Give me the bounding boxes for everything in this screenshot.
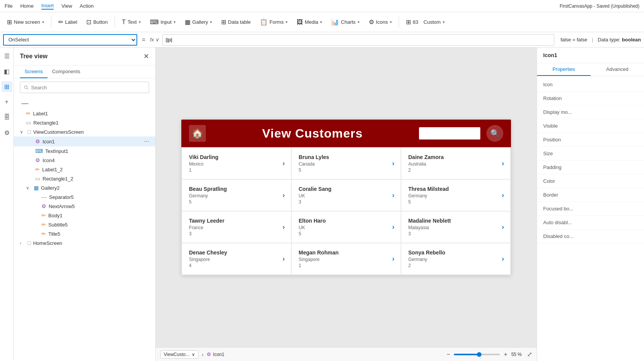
tree-item-homescreen[interactable]: › □ HomeScreen	[14, 238, 155, 248]
customer-num: 5	[299, 231, 326, 236]
property-row[interactable]: Size	[537, 147, 644, 161]
home-screen-icon-tree: □	[28, 240, 31, 246]
settings-icon[interactable]: ⚙	[2, 127, 12, 138]
property-row[interactable]: Rotation	[537, 92, 644, 105]
new-screen-button[interactable]: ⊞ New screen ▾	[3, 16, 48, 28]
property-select[interactable]: OnSelect	[3, 34, 137, 46]
icon4-icon-tree: ⚙	[35, 157, 40, 163]
search-box[interactable]	[419, 127, 480, 139]
tree-item-gallery2[interactable]: ∨ ▦ Gallery2	[14, 183, 155, 192]
formula-input[interactable]	[166, 37, 551, 43]
customer-cell[interactable]: Tawny Leeder France 3 ›	[182, 211, 291, 243]
tree-search-input[interactable]	[20, 82, 149, 93]
search-icon[interactable]: 🔍	[486, 125, 503, 142]
tree-item-subtitle5[interactable]: ✏ Subtitle5	[14, 220, 155, 229]
expand-chevron-icon: ∨	[20, 130, 25, 135]
gallery-button[interactable]: ▦ Gallery ▾	[181, 16, 216, 28]
property-row[interactable]: Padding	[537, 161, 644, 174]
input-button[interactable]: ⌨ Input ▾	[146, 16, 179, 28]
customer-cell[interactable]: Viki Darling Mexico 1 ›	[182, 148, 291, 179]
custom-button[interactable]: ⊞ 83 Custom ▾	[402, 16, 449, 28]
formula-fx-button[interactable]: fx ∨	[150, 37, 159, 43]
tree-item-rectangle1-2[interactable]: ▭ Rectangle1_2	[14, 174, 155, 183]
tree-item-title5[interactable]: ✏ Title5	[14, 229, 155, 238]
tree-item-textinput1[interactable]: ⌨ TextInput1	[14, 146, 155, 156]
layers-icon[interactable]: ◧	[2, 66, 12, 77]
text-button[interactable]: T Text ▾	[118, 17, 145, 28]
menu-action[interactable]: Action	[80, 3, 94, 9]
screen-tab[interactable]: ViewCusto... ∨	[160, 350, 199, 359]
property-row[interactable]: Color	[537, 174, 644, 188]
property-row[interactable]: Border	[537, 188, 644, 202]
properties-tab-properties[interactable]: Properties	[537, 63, 591, 76]
property-row[interactable]: Icon	[537, 78, 644, 92]
tree-item-label1[interactable]: ✏ Label1	[14, 109, 155, 118]
property-row[interactable]: Visible	[537, 119, 644, 133]
tree-item-menu[interactable]: ···	[144, 138, 149, 145]
tree-item-viewcustomersscreen[interactable]: ∨ □ ViewCustomersScreen	[14, 127, 155, 136]
icons-button[interactable]: ⚙ Icons ▾	[365, 16, 396, 28]
tree-tab-components[interactable]: Components	[48, 66, 85, 78]
properties-tab-advanced[interactable]: Advanced	[591, 63, 644, 76]
customer-cell[interactable]: Daine Zamora Australia 2 ›	[401, 148, 511, 179]
customer-cell[interactable]: Thresa Milstead Germany 5 ›	[401, 179, 511, 211]
properties-tabs: Properties Advanced	[537, 63, 644, 76]
property-row[interactable]: Display mo...	[537, 105, 644, 119]
tree-close-button[interactable]: ✕	[143, 52, 149, 61]
menu-insert[interactable]: Insert	[41, 3, 54, 10]
customer-cell[interactable]: Beau Spratling Germany 5 ›	[182, 179, 291, 211]
property-row[interactable]: Position	[537, 133, 644, 147]
screen-icon-tree: □	[28, 129, 31, 135]
customer-cell[interactable]: Sonya Rebello Germany 2 ›	[401, 243, 511, 275]
customer-info: Tawny Leeder France 3	[189, 218, 224, 236]
home-icon[interactable]: 🏠	[189, 125, 206, 142]
button-button[interactable]: ⊡ Button	[82, 16, 112, 28]
zoom-in-button[interactable]: +	[502, 350, 509, 359]
customer-num: 1	[299, 263, 338, 268]
zoom-slider-thumb[interactable]	[477, 352, 481, 357]
expand-canvas-icon[interactable]: ⤢	[527, 351, 532, 358]
charts-button[interactable]: 📊 Charts ▾	[327, 16, 363, 28]
new-screen-icon: ⊞	[7, 18, 12, 26]
menu-home[interactable]: Home	[20, 3, 34, 9]
gallery-icon-tree: ▦	[34, 185, 39, 191]
menu-view[interactable]: View	[61, 3, 72, 9]
tree-item-rectangle1[interactable]: ▭ Rectangle1	[14, 118, 155, 127]
tree-icon[interactable]: ⊞	[2, 81, 12, 92]
customer-cell[interactable]: Denae Chesley Singapore 4 ›	[182, 243, 291, 275]
tree-item-separator5[interactable]: — Separator5	[14, 192, 155, 202]
tree-item-label1-2[interactable]: ✏ Label1_2	[14, 165, 155, 174]
label-button[interactable]: ✏ Label	[54, 16, 81, 28]
component-icon[interactable]: +	[2, 97, 12, 107]
screen-tab-chevron[interactable]: ∨	[192, 352, 195, 357]
zoom-out-button[interactable]: −	[445, 350, 452, 359]
tree-item-icon1[interactable]: ⚙ Icon1 ···	[14, 136, 155, 146]
property-row[interactable]: Auto disabl...	[537, 216, 644, 230]
home-expand-icon: ›	[20, 241, 25, 245]
tree-collapse-indicator[interactable]: —	[14, 98, 155, 109]
data-table-button[interactable]: ⊞ Data table	[217, 16, 255, 28]
customer-num: 2	[408, 167, 444, 173]
forms-button[interactable]: 📋 Forms ▾	[256, 16, 291, 28]
tree-item-nextarrow5[interactable]: ⚙ NextArrow5	[14, 202, 155, 211]
property-row[interactable]: Focused bo...	[537, 202, 644, 216]
menu-file[interactable]: File	[5, 3, 13, 9]
breadcrumb-item: ⚙ Icon1	[207, 351, 224, 357]
customer-cell[interactable]: Coralie Sang UK 3 ›	[291, 179, 401, 211]
customer-cell[interactable]: Elton Haro UK 5 ›	[291, 211, 401, 243]
tree-item-body1[interactable]: ✏ Body1	[14, 211, 155, 220]
media-button[interactable]: 🖼 Media ▾	[293, 17, 326, 28]
tree-item-icon4[interactable]: ⚙ Icon4	[14, 156, 155, 165]
hamburger-icon[interactable]: ☰	[2, 51, 12, 61]
zoom-slider[interactable]	[454, 354, 500, 355]
data-icon[interactable]: 🗄	[2, 112, 12, 123]
property-row[interactable]: Disabled co...	[537, 230, 644, 243]
tree-item-label: Body1	[48, 213, 149, 218]
customer-cell[interactable]: Madaline Neblett Malayasia 3 ›	[401, 211, 511, 243]
customer-cell[interactable]: Megan Rohman Singapore 1 ›	[291, 243, 401, 275]
tree-item-label: Gallery2	[41, 185, 149, 191]
tree-tab-screens[interactable]: Screens	[20, 66, 48, 78]
customer-cell[interactable]: Bruna Lyles Canada 5 ›	[291, 148, 401, 179]
property-label: Visible	[543, 123, 558, 129]
customer-country: Canada	[299, 161, 329, 167]
